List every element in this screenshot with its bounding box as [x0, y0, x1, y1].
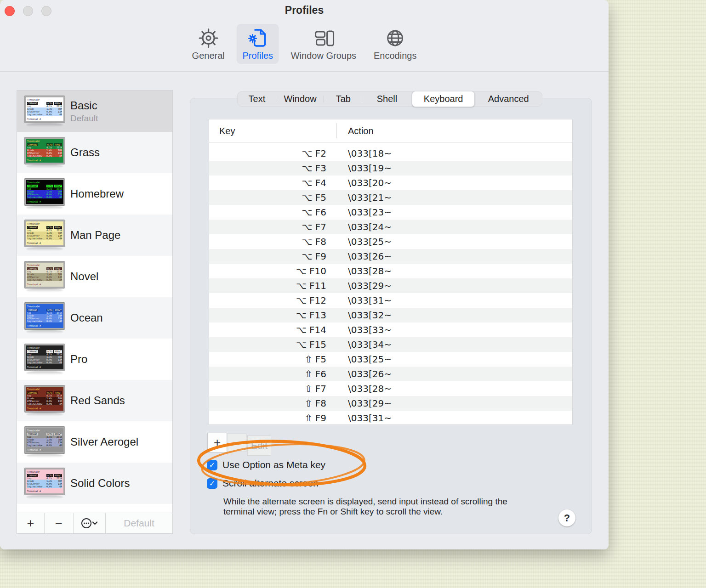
key-mapping-row[interactable]: ⌥ F10 \033[28~ [209, 264, 572, 278]
profile-thumbnail: Terminal# COMMAND %CPURPRVT top4.1%231KX… [24, 261, 65, 292]
toolbar-label-general: General [192, 51, 225, 61]
profile-name: Basic [70, 99, 98, 112]
table-header: Key Action [209, 119, 572, 142]
remove-profile-button[interactable]: − [45, 513, 74, 533]
table-body: ⌥ F2 \033[18~ ⌥ F3 \033[19~ ⌥ F4 \033[20… [209, 142, 572, 425]
profile-list-item-red-sands[interactable]: Terminal# COMMAND %CPURPRVT top4.1%231KX… [17, 380, 172, 421]
profile-list: Terminal# COMMAND %CPURPRVT top4.1%231KX… [17, 90, 172, 514]
action-cell: \033[31~ [348, 413, 392, 424]
key-cell: ⌥ F5 [209, 192, 326, 203]
action-cell: \033[23~ [348, 207, 392, 218]
profile-actions-menu-button[interactable] [74, 513, 106, 533]
key-mapping-row[interactable]: ⇧ F9 \033[31~ [209, 411, 572, 425]
key-mapping-row[interactable]: ⌥ F14 \033[33~ [209, 322, 572, 337]
profile-thumbnail: Terminal# COMMAND %CPURPRVT top4.1%231KX… [24, 427, 65, 458]
profile-thumbnail: Terminal# COMMAND %CPURPRVT top4.1%231KX… [24, 303, 65, 334]
add-key-button[interactable]: + [207, 433, 227, 452]
profile-list-item-solid-colors[interactable]: Terminal# COMMAND %CPURPRVT top4.1%231KX… [17, 463, 172, 504]
key-cell: ⌥ F7 [209, 221, 326, 232]
key-cell: ⇧ F7 [209, 383, 326, 394]
key-cell: ⇧ F8 [209, 398, 326, 409]
scroll-alternate-screen-label: Scroll alternate screen [222, 478, 319, 489]
key-mapping-row[interactable]: ⌥ F11 \033[29~ [209, 278, 572, 293]
toolbar-item-encodings[interactable]: Encodings [368, 24, 422, 64]
key-mapping-row[interactable]: ⇧ F5 \033[25~ [209, 352, 572, 367]
key-mapping-row[interactable]: ⌥ F5 \033[21~ [209, 190, 572, 205]
add-profile-button[interactable]: + [17, 513, 45, 533]
key-cell: ⌥ F13 [209, 310, 326, 321]
action-cell: \033[24~ [348, 221, 392, 232]
key-cell: ⇧ F9 [209, 413, 326, 424]
key-mapping-row[interactable]: ⌥ F7 \033[24~ [209, 220, 572, 234]
profile-name: Solid Colors [70, 477, 130, 490]
profile-thumbnail: Terminal# COMMAND %CPURPRVT top4.1%231KX… [24, 385, 65, 416]
keyboard-settings-panel: Key Action ⌥ F2 \033[18~ ⌥ F3 \033[19~ ⌥… [190, 98, 592, 534]
key-mapping-row[interactable]: ⌥ F15 \033[34~ [209, 337, 572, 352]
toolbar-item-window-groups[interactable]: Window Groups [285, 24, 362, 64]
action-cell: \033[25~ [348, 354, 392, 365]
use-option-as-meta-checkbox[interactable]: ✓ [207, 460, 217, 470]
profile-name: Red Sands [70, 394, 125, 407]
toolbar-label-encodings: Encodings [374, 51, 416, 61]
key-mapping-row[interactable]: ⌥ F6 \033[23~ [209, 205, 572, 220]
profile-list-item-man-page[interactable]: Terminal# COMMAND %CPURPRVT top4.1%231KX… [17, 215, 172, 256]
tab-keyboard[interactable]: Keyboard [412, 91, 475, 107]
key-cell: ⇧ F5 [209, 354, 326, 365]
key-mapping-row[interactable]: ⌥ F2 \033[18~ [209, 146, 572, 161]
preferences-window: Profiles General [0, 0, 609, 549]
scroll-help-text: While the alternate screen is displayed,… [223, 497, 536, 517]
profile-name: Pro [70, 353, 87, 366]
tab-text[interactable]: Text [238, 92, 276, 106]
action-cell: \033[33~ [348, 324, 392, 335]
key-mapping-table: Key Action ⌥ F2 \033[18~ ⌥ F3 \033[19~ ⌥… [209, 119, 573, 425]
profile-list-item-novel[interactable]: Terminal# COMMAND %CPURPRVT top4.1%231KX… [17, 256, 172, 297]
profile-thumbnail: Terminal# COMMAND %CPURPRVT top4.1%231KX… [24, 344, 65, 375]
sidebar-button-bar: + − Default [17, 513, 172, 533]
toolbar-item-general[interactable]: General [187, 24, 230, 64]
key-mapping-row[interactable]: ⇧ F6 \033[26~ [209, 367, 572, 381]
use-option-as-meta-row: ✓ Use Option as Meta key [207, 459, 325, 470]
action-cell: \033[20~ [348, 177, 392, 188]
action-cell: \033[29~ [348, 280, 392, 291]
key-cell: ⌥ F6 [209, 207, 326, 218]
key-mapping-row[interactable]: ⇧ F8 \033[29~ [209, 396, 572, 411]
action-cell: \033[28~ [348, 266, 392, 277]
action-cell: \033[25~ [348, 236, 392, 247]
tab-shell[interactable]: Shell [362, 92, 412, 106]
tab-window[interactable]: Window [276, 92, 325, 106]
help-button[interactable]: ? [558, 509, 575, 526]
toolbar-item-profiles[interactable]: Profiles [237, 24, 279, 64]
column-divider [336, 123, 337, 138]
key-mapping-row[interactable]: ⇧ F7 \033[28~ [209, 381, 572, 396]
tab-tab[interactable]: Tab [324, 92, 362, 106]
key-cell: ⌥ F15 [209, 339, 326, 350]
key-mapping-row[interactable]: ⌥ F9 \033[26~ [209, 249, 572, 264]
set-default-button[interactable]: Default [106, 513, 172, 533]
key-mapping-row[interactable]: ⌥ F4 \033[20~ [209, 175, 572, 190]
ellipsis-circle-chevron-icon [81, 517, 98, 529]
profile-name: Novel [70, 270, 98, 283]
key-mapping-row[interactable]: ⌥ F3 \033[19~ [209, 161, 572, 175]
key-mapping-row[interactable]: ⌥ F12 \033[31~ [209, 293, 572, 308]
key-mapping-row[interactable]: ⌥ F8 \033[25~ [209, 234, 572, 249]
gear-icon [197, 27, 219, 49]
scroll-alternate-screen-checkbox[interactable]: ✓ [207, 478, 217, 489]
profile-list-item-grass[interactable]: Terminal# COMMAND %CPURPRVT top4.1%231KX… [17, 132, 172, 173]
profile-list-item-ocean[interactable]: Terminal# COMMAND %CPURPRVT top4.1%231KX… [17, 297, 172, 339]
action-cell: \033[29~ [348, 398, 392, 409]
profile-list-item-basic[interactable]: Terminal# COMMAND %CPURPRVT top4.1%231KX… [17, 90, 172, 132]
scroll-alternate-screen-row: ✓ Scroll alternate screen [207, 478, 319, 489]
key-cell: ⌥ F4 [209, 177, 326, 188]
key-cell: ⌥ F12 [209, 295, 326, 306]
profile-sidebar: Terminal# COMMAND %CPURPRVT top4.1%231KX… [17, 90, 173, 534]
tab-advanced[interactable]: Advanced [475, 92, 542, 106]
edit-key-button[interactable]: Edit [247, 435, 271, 456]
profile-list-item-homebrew[interactable]: Terminal# COMMAND %CPURPRVT top4.1%231KX… [17, 173, 172, 215]
remove-key-button[interactable]: − [227, 433, 247, 452]
key-cell: ⌥ F11 [209, 280, 326, 291]
profile-list-item-silver-aerogel[interactable]: Terminal# COMMAND %CPURPRVT top4.1%231KX… [17, 421, 172, 463]
profile-thumbnail: Terminal# COMMAND %CPURPRVT top4.1%231KX… [24, 137, 65, 168]
profile-list-item-pro[interactable]: Terminal# COMMAND %CPURPRVT top4.1%231KX… [17, 339, 172, 380]
profile-name: Ocean [70, 311, 103, 324]
key-mapping-row[interactable]: ⌥ F13 \033[32~ [209, 308, 572, 322]
